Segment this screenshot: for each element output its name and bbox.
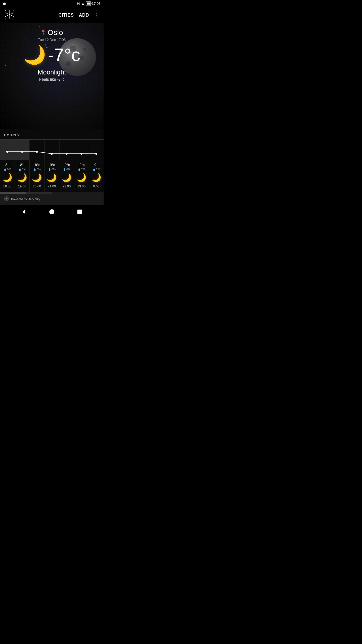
hourly-time-4: 22:00 bbox=[63, 184, 71, 188]
hourly-card-0: -8°c 💧 0% 🌙 18:00 bbox=[0, 160, 15, 192]
recents-button[interactable] bbox=[77, 209, 83, 215]
signal-icon: ▲ bbox=[81, 2, 85, 6]
hourly-time-5: 23:00 bbox=[77, 184, 86, 188]
top-navigation: CITIES ADD ⋮ bbox=[0, 7, 104, 23]
hourly-temp-0: -8°c bbox=[4, 163, 10, 167]
notification-dot: ⬤! bbox=[3, 2, 7, 5]
hourly-icon-2: 🌙 bbox=[32, 173, 42, 182]
system-navigation bbox=[0, 205, 104, 219]
hourly-precip-6: 💧 2% bbox=[93, 168, 100, 171]
hourly-card-3: -9°c 💧 0% 🌙 21:00 bbox=[44, 160, 59, 192]
hourly-temp-6: -9°c bbox=[93, 163, 99, 167]
cities-button[interactable]: CITIES bbox=[58, 13, 74, 18]
hourly-precip-5: 💧 2% bbox=[78, 168, 85, 171]
feels-like: Feels like -7°c bbox=[39, 77, 65, 82]
scroll-indicator bbox=[0, 192, 104, 194]
hourly-card-2: -8°c 💧 0% 🌙 20:00 bbox=[30, 160, 44, 192]
hourly-time-0: 18:00 bbox=[3, 184, 12, 188]
battery-icon bbox=[86, 1, 91, 6]
drop-icon-3: 💧 bbox=[48, 168, 51, 171]
svg-point-9 bbox=[36, 151, 38, 153]
svg-point-11 bbox=[66, 153, 68, 155]
hourly-icon-5: 🌙 bbox=[76, 173, 86, 182]
hourly-card-6: -9°c 💧 2% 🌙 0:00 bbox=[89, 160, 104, 192]
hourly-cards: -8°c 💧 0% 🌙 18:00 -8°c 💧 0% 🌙 19:00 -8°c… bbox=[0, 160, 104, 192]
hourly-icon-1: 🌙 bbox=[17, 173, 27, 182]
svg-rect-17 bbox=[77, 210, 82, 214]
hourly-header: HOURLY bbox=[0, 133, 104, 140]
hourly-temp-4: -9°c bbox=[63, 163, 70, 167]
hourly-temp-3: -9°c bbox=[49, 163, 55, 167]
home-button[interactable] bbox=[49, 209, 55, 215]
status-bar: ⬤! 4G ▲ 17:03 bbox=[0, 0, 104, 7]
drop-icon: 💧 bbox=[4, 168, 7, 171]
hourly-icon-0: 🌙 bbox=[2, 173, 12, 182]
hourly-temp-2: -8°c bbox=[34, 163, 40, 167]
hourly-time-3: 21:00 bbox=[48, 184, 56, 188]
app-logo[interactable] bbox=[4, 9, 15, 21]
time-display: 17:03 bbox=[92, 2, 101, 6]
hourly-card-4: -9°c 💧 0% 🌙 22:00 bbox=[59, 160, 74, 192]
hourly-temp-1: -8°c bbox=[19, 163, 25, 167]
hourly-temp-5: -9°c bbox=[78, 163, 84, 167]
add-button[interactable]: ADD bbox=[79, 13, 89, 18]
hourly-section: HOURLY bbox=[0, 129, 104, 194]
drop-icon-1: 💧 bbox=[18, 168, 21, 171]
hourly-time-2: 20:00 bbox=[33, 184, 41, 188]
svg-point-12 bbox=[80, 153, 82, 155]
more-options-button[interactable]: ⋮ bbox=[94, 12, 100, 18]
network-indicator: 4G bbox=[76, 2, 80, 5]
hourly-icon-6: 🌙 bbox=[91, 173, 101, 182]
hourly-precip-1: 💧 0% bbox=[18, 168, 26, 171]
hourly-card-5: -9°c 💧 2% 🌙 23:00 bbox=[74, 160, 89, 192]
hourly-time-1: 19:00 bbox=[18, 184, 26, 188]
temperature-display: -7°c bbox=[48, 46, 80, 64]
moon-weather-icon: 🌙 bbox=[23, 46, 46, 64]
darksky-attribution: Powered by Dark Sky bbox=[11, 197, 40, 201]
hourly-icon-4: 🌙 bbox=[62, 173, 72, 182]
svg-marker-15 bbox=[22, 210, 25, 214]
svg-point-10 bbox=[51, 153, 53, 155]
svg-point-7 bbox=[6, 151, 8, 153]
drop-icon-6: 💧 bbox=[93, 168, 96, 171]
hourly-precip-4: 💧 0% bbox=[63, 168, 70, 171]
hourly-precip-0: 💧 0% bbox=[4, 168, 11, 171]
temperature-chart bbox=[0, 140, 104, 160]
drop-icon-2: 💧 bbox=[33, 168, 36, 171]
date-time: Tue 12 Dec 17:03 bbox=[38, 38, 66, 42]
city-name: 📍 Oslo bbox=[40, 28, 63, 37]
hourly-time-6: 0:00 bbox=[93, 184, 99, 188]
drop-icon-5: 💧 bbox=[78, 168, 81, 171]
svg-point-16 bbox=[49, 209, 54, 214]
hourly-chart-container bbox=[0, 140, 104, 160]
chart-svg bbox=[0, 140, 104, 160]
back-button[interactable] bbox=[21, 209, 27, 215]
weather-main-panel: 📍 Oslo Tue 12 Dec 17:03 🌙 + ✦ + -7°c Moo… bbox=[0, 23, 104, 129]
hourly-icon-3: 🌙 bbox=[47, 173, 57, 182]
location-pin-icon: 📍 bbox=[40, 30, 46, 35]
hourly-label: HOURLY bbox=[4, 133, 20, 137]
weather-description: Moonlight bbox=[38, 68, 66, 76]
darksky-footer: Powered by Dark Sky bbox=[0, 194, 104, 205]
hourly-precip-2: 💧 0% bbox=[33, 168, 41, 171]
weather-display: 🌙 + ✦ + -7°c bbox=[23, 46, 80, 64]
svg-point-13 bbox=[95, 153, 97, 155]
hourly-card-1: -8°c 💧 0% 🌙 19:00 bbox=[15, 160, 30, 192]
hourly-precip-3: 💧 0% bbox=[48, 168, 56, 171]
darksky-logo bbox=[4, 196, 9, 202]
svg-point-8 bbox=[21, 151, 23, 153]
drop-icon-4: 💧 bbox=[63, 168, 66, 171]
